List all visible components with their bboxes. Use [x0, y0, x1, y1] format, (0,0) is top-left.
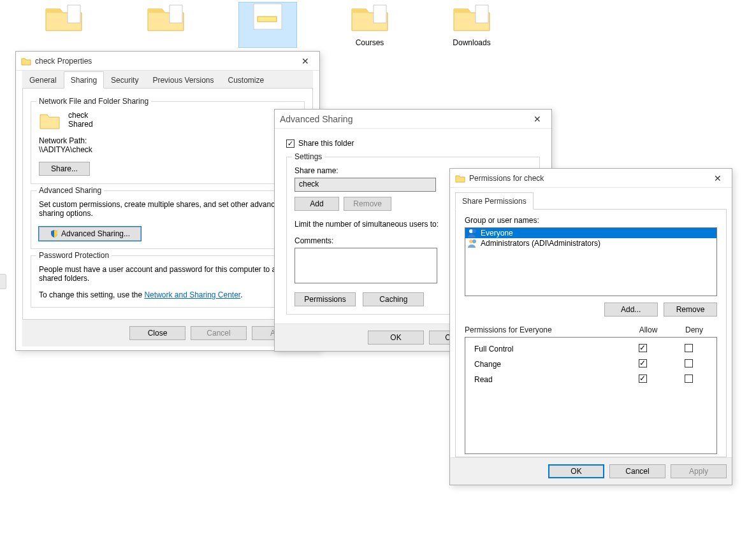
folder-icon	[453, 3, 491, 33]
share-folder-label: Share this folder	[298, 139, 354, 148]
tab-customize[interactable]: Customize	[221, 71, 271, 89]
close-button[interactable]: Close	[129, 326, 185, 340]
share-name-input[interactable]: check	[294, 178, 436, 192]
allow-header: Allow	[625, 325, 671, 334]
users-icon	[468, 229, 478, 238]
advanced-sharing-button[interactable]: Advanced Sharing...	[39, 227, 141, 241]
share-status: Shared	[68, 120, 93, 129]
folder-icon	[351, 3, 389, 33]
svg-rect-1	[170, 5, 182, 23]
folder-item-selected[interactable]	[239, 3, 296, 47]
list-item[interactable]: Everyone	[465, 228, 716, 238]
list-item-label: Administrators (ADI\Administrators)	[481, 239, 600, 248]
tab-previous-versions[interactable]: Previous Versions	[145, 71, 221, 89]
permissions-button[interactable]: Permissions	[294, 292, 356, 306]
permission-name: Read	[470, 375, 620, 384]
window-permissions: Permissions for check ✕ Share Permission…	[449, 168, 732, 485]
advanced-sharing-button-label: Advanced Sharing...	[61, 229, 130, 238]
group-password-protection: Password Protection People must have a u…	[31, 255, 305, 308]
password-change-suffix: .	[240, 290, 242, 299]
permission-name: Full Control	[470, 345, 620, 353]
network-path-value: \\ADITYA\check	[39, 145, 296, 154]
users-icon	[468, 239, 478, 248]
user-listbox[interactable]: Everyone Administrators (ADI\Administrat…	[465, 227, 717, 296]
caching-button[interactable]: Caching	[363, 292, 424, 306]
tab-sharing[interactable]: Sharing	[64, 71, 104, 89]
allow-checkbox[interactable]	[639, 359, 647, 367]
permission-row: Read	[470, 372, 711, 387]
tab-share-permissions[interactable]: Share Permissions	[455, 192, 534, 210]
remove-button[interactable]: Remove	[664, 303, 717, 317]
folder-icon	[249, 3, 287, 33]
deny-checkbox[interactable]	[685, 359, 693, 367]
permissions-table: Full Control Change Read	[465, 337, 717, 454]
share-button[interactable]: Share...	[39, 162, 90, 176]
close-button[interactable]: ✕	[523, 110, 551, 129]
folder-item[interactable]	[137, 3, 194, 47]
window-title: Permissions for check	[469, 174, 704, 183]
checkbox-icon	[286, 139, 294, 148]
share-folder-checkbox[interactable]: Share this folder	[286, 139, 354, 148]
folder-icon	[45, 3, 83, 33]
ok-button[interactable]: OK	[548, 464, 604, 478]
tab-security[interactable]: Security	[104, 71, 145, 89]
titlebar[interactable]: Advanced Sharing ✕	[275, 110, 551, 129]
folder-item[interactable]: Downloads	[443, 3, 500, 47]
add-button[interactable]: Add...	[604, 303, 658, 317]
folder-item[interactable]	[35, 3, 92, 47]
folder-icon	[455, 173, 465, 183]
group-title: Advanced Sharing	[36, 186, 104, 195]
permissions-header: Permissions for Everyone Allow Deny	[465, 325, 717, 334]
group-user-names-label: Group or user names:	[465, 216, 717, 225]
edge-stub	[0, 274, 6, 289]
svg-rect-3	[258, 17, 277, 22]
close-button[interactable]: ✕	[704, 169, 732, 188]
add-button[interactable]: Add	[294, 197, 339, 211]
cancel-button[interactable]: Cancel	[191, 326, 247, 340]
group-title: Password Protection	[36, 251, 112, 260]
shield-icon	[50, 229, 59, 238]
remove-button[interactable]: Remove	[344, 197, 391, 211]
network-path-label: Network Path:	[39, 136, 296, 145]
permission-row: Full Control	[470, 341, 711, 357]
svg-rect-4	[374, 5, 386, 23]
password-change-prefix: To change this setting, use the	[39, 290, 144, 299]
password-change-line: To change this setting, use the Network …	[39, 290, 296, 299]
allow-checkbox[interactable]	[639, 374, 647, 383]
allow-checkbox[interactable]	[639, 344, 647, 352]
group-title: Network File and Folder Sharing	[36, 97, 151, 106]
password-desc-text: People must have a user account and pass…	[39, 265, 296, 283]
folder-icon	[21, 56, 31, 66]
titlebar[interactable]: Permissions for check ✕	[450, 169, 732, 188]
ok-button[interactable]: OK	[368, 331, 424, 345]
svg-rect-0	[68, 5, 80, 23]
folder-label: Courses	[356, 38, 384, 47]
tabs: Share Permissions	[455, 192, 727, 210]
folder-item[interactable]: Courses	[341, 3, 398, 47]
list-item-label: Everyone	[481, 229, 513, 238]
group-title: Settings	[292, 152, 324, 161]
permissions-for-label: Permissions for Everyone	[465, 325, 625, 334]
apply-button[interactable]: Apply	[671, 464, 727, 478]
svg-point-9	[472, 239, 476, 243]
window-title: Advanced Sharing	[280, 114, 523, 124]
svg-point-7	[472, 229, 476, 233]
dialog-buttons: Close Cancel Apply	[22, 320, 313, 346]
share-name: check	[68, 111, 93, 120]
tab-general[interactable]: General	[22, 71, 64, 89]
close-button[interactable]: ✕	[291, 52, 319, 71]
cancel-button[interactable]: Cancel	[609, 464, 665, 478]
deny-header: Deny	[671, 325, 717, 334]
list-item[interactable]: Administrators (ADI\Administrators)	[465, 238, 716, 248]
group-advanced-sharing: Advanced Sharing Set custom permissions,…	[31, 190, 305, 249]
folder-icon	[147, 3, 185, 33]
network-sharing-center-link[interactable]: Network and Sharing Center	[144, 290, 240, 299]
folder-label: Downloads	[453, 38, 490, 47]
titlebar[interactable]: check Properties ✕	[16, 52, 319, 71]
deny-checkbox[interactable]	[685, 344, 693, 352]
advanced-sharing-desc: Set custom permissions, create multiple …	[39, 200, 296, 218]
deny-checkbox[interactable]	[685, 374, 693, 383]
permission-name: Change	[470, 360, 620, 369]
comments-input[interactable]	[294, 248, 437, 283]
svg-rect-5	[476, 5, 488, 23]
